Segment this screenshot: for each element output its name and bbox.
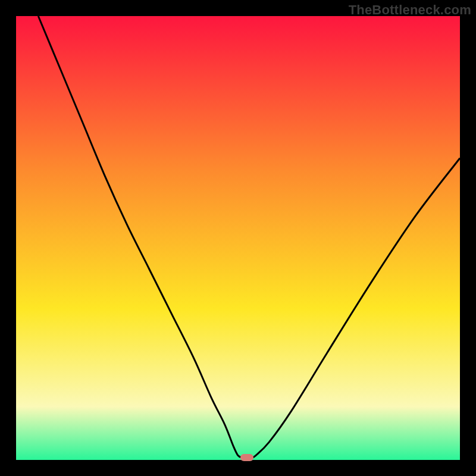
gradient-bg <box>16 16 460 460</box>
chart-stage: TheBottleneck.com <box>0 0 476 476</box>
optimum-marker <box>240 454 253 461</box>
plot-svg <box>16 16 460 460</box>
plot-area <box>16 16 460 460</box>
